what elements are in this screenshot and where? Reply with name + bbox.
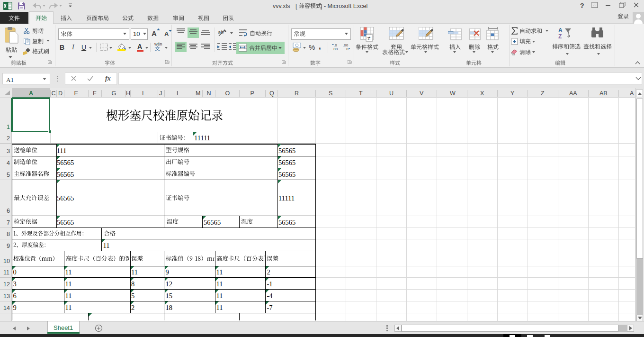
- svg-text:.0: .0: [345, 47, 349, 51]
- svg-text:Z: Z: [558, 33, 562, 39]
- svg-text:ab: ab: [218, 29, 224, 35]
- svg-text:A: A: [558, 27, 563, 34]
- svg-text:.00: .00: [332, 47, 338, 51]
- svg-text:≠: ≠: [367, 35, 371, 42]
